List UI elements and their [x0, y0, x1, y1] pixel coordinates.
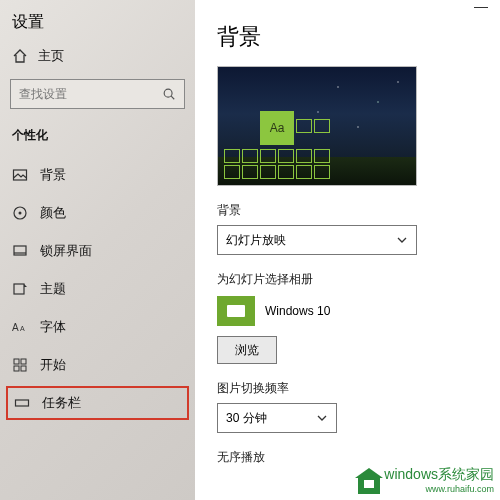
sidebar-item-lockscreen[interactable]: 锁屏界面 [0, 234, 195, 268]
start-icon [12, 357, 28, 373]
watermark: windows系统家园 www.ruhaifu.com [358, 466, 494, 494]
svg-line-1 [171, 96, 174, 99]
svg-rect-12 [14, 366, 19, 371]
lockscreen-icon [12, 243, 28, 259]
section-title: 个性化 [0, 123, 195, 154]
home-icon [12, 48, 28, 64]
watermark-url: www.ruhaifu.com [384, 484, 494, 494]
interval-dropdown[interactable]: 30 分钟 [217, 403, 337, 433]
preview-tile-row [296, 119, 330, 133]
svg-rect-14 [16, 400, 29, 406]
browse-label: 浏览 [235, 342, 259, 359]
chevron-down-icon [396, 234, 408, 246]
theme-icon [12, 281, 28, 297]
svg-rect-10 [14, 359, 19, 364]
settings-label: 设置 [12, 12, 44, 33]
sidebar-item-home[interactable]: 主页 [0, 39, 195, 75]
watermark-logo-icon [358, 476, 380, 494]
sidebar-item-colors[interactable]: 颜色 [0, 196, 195, 230]
background-mode-label: 背景 [217, 202, 482, 219]
sidebar-item-label: 任务栏 [42, 394, 81, 412]
font-icon: AA [12, 319, 28, 335]
top-bar: 设置 [0, 8, 195, 39]
taskbar-icon [14, 395, 30, 411]
search-field[interactable] [19, 87, 149, 101]
browse-button[interactable]: 浏览 [217, 336, 277, 364]
svg-point-4 [19, 212, 22, 215]
sidebar-item-label: 背景 [40, 166, 66, 184]
svg-rect-13 [21, 366, 26, 371]
preview-tile-sample: Aa [260, 111, 294, 145]
dropdown-value: 30 分钟 [226, 410, 267, 427]
svg-point-0 [164, 89, 172, 97]
preview-tile-grid [224, 149, 330, 179]
sidebar-item-background[interactable]: 背景 [0, 158, 195, 192]
sidebar-item-label: 主题 [40, 280, 66, 298]
svg-rect-11 [21, 359, 26, 364]
album-thumbnail-inner [227, 305, 245, 317]
watermark-text: windows系统家园 www.ruhaifu.com [384, 466, 494, 494]
home-label: 主页 [38, 47, 64, 65]
background-preview: Aa [217, 66, 417, 186]
sidebar-item-taskbar[interactable]: 任务栏 [6, 386, 189, 420]
minimize-icon[interactable] [474, 6, 488, 8]
main-panel: 背景 Aa 背景 幻灯片放映 为幻灯片选择相册 [195, 0, 500, 500]
watermark-brand: windows系统家园 [384, 466, 494, 484]
album-row: Windows 10 [217, 296, 482, 326]
dropdown-value: 幻灯片放映 [226, 232, 286, 249]
album-label: 为幻灯片选择相册 [217, 271, 482, 288]
search-input[interactable] [10, 79, 185, 109]
search-icon [162, 87, 176, 101]
sidebar-item-label: 锁屏界面 [40, 242, 92, 260]
svg-rect-7 [14, 284, 24, 294]
sidebar-item-label: 字体 [40, 318, 66, 336]
svg-text:A: A [12, 322, 19, 333]
svg-text:A: A [20, 325, 25, 332]
sidebar: 设置 主页 个性化 背景 颜色 [0, 0, 195, 500]
sidebar-item-label: 颜色 [40, 204, 66, 222]
album-thumbnail[interactable] [217, 296, 255, 326]
sidebar-item-start[interactable]: 开始 [0, 348, 195, 382]
settings-window: 设置 主页 个性化 背景 颜色 [0, 0, 500, 500]
album-name: Windows 10 [265, 304, 330, 318]
interval-label: 图片切换频率 [217, 380, 482, 397]
preview-start-tiles: Aa [224, 109, 334, 179]
shuffle-label: 无序播放 [217, 449, 482, 466]
sidebar-item-themes[interactable]: 主题 [0, 272, 195, 306]
background-mode-dropdown[interactable]: 幻灯片放映 [217, 225, 417, 255]
sidebar-item-label: 开始 [40, 356, 66, 374]
chevron-down-icon [316, 412, 328, 424]
palette-icon [12, 205, 28, 221]
svg-rect-2 [14, 170, 27, 180]
page-title: 背景 [217, 22, 482, 52]
image-icon [12, 167, 28, 183]
sidebar-item-fonts[interactable]: AA 字体 [0, 310, 195, 344]
svg-rect-5 [14, 246, 26, 255]
